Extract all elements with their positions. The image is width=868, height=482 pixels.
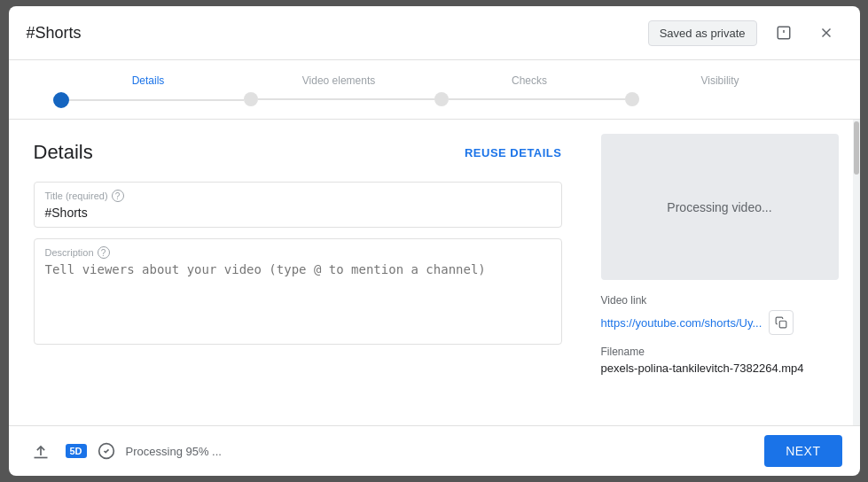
upload-icon[interactable]: [27, 437, 55, 465]
description-field-group: Description ?: [34, 238, 562, 345]
step-video-elements-label: Video elements: [302, 74, 376, 87]
alert-button[interactable]: [768, 17, 800, 49]
header-actions: Saved as private: [648, 17, 842, 49]
step-details: Details: [53, 74, 244, 108]
processing-status: Processing 95% ...: [126, 445, 222, 458]
scrollbar[interactable]: [853, 120, 860, 425]
step-visibility-label: Visibility: [700, 74, 739, 87]
section-title: Details: [34, 141, 93, 164]
scrollbar-thumb: [854, 121, 859, 175]
filename-label: Filename: [601, 346, 839, 358]
step-checks-dot: [434, 92, 449, 106]
step-checks-label: Checks: [512, 74, 547, 87]
step-details-label: Details: [132, 74, 165, 87]
modal-body: Details REUSE DETAILS Title (required) ?…: [9, 120, 860, 425]
main-content: Details REUSE DETAILS Title (required) ?…: [9, 120, 587, 425]
filename-value: pexels-polina-tankilevitch-7382264.mp4: [601, 362, 839, 375]
right-panel: Processing video... Video link https://y…: [587, 120, 853, 425]
check-icon: [98, 442, 115, 460]
processing-text: Processing video...: [667, 200, 771, 214]
connector-3: [449, 98, 625, 100]
modal-footer: 5D Processing 95% ... NEXT: [9, 425, 860, 476]
title-field-value[interactable]: #Shorts: [45, 206, 551, 220]
description-field-label: Description ?: [45, 246, 551, 259]
footer-left: 5D Processing 95% ...: [27, 437, 222, 465]
description-input[interactable]: [45, 262, 551, 291]
step-checks: Checks: [434, 74, 625, 106]
modal-header: #Shorts Saved as private: [9, 6, 860, 60]
step-details-dot: [53, 92, 69, 108]
title-help-icon[interactable]: ?: [112, 190, 124, 202]
svg-rect-5: [780, 321, 787, 328]
reuse-details-button[interactable]: REUSE DETAILS: [465, 146, 562, 159]
modal-title: #Shorts: [27, 24, 82, 43]
upload-modal: #Shorts Saved as private Det: [9, 6, 860, 476]
step-visibility: Visibility: [625, 74, 816, 106]
description-help-icon[interactable]: ?: [98, 246, 110, 259]
video-link[interactable]: https://youtube.com/shorts/Uy...: [601, 316, 762, 330]
video-preview: Processing video...: [601, 134, 839, 280]
title-field-group: Title (required) ? #Shorts: [34, 182, 562, 228]
close-button[interactable]: [810, 17, 842, 49]
connector-2: [258, 98, 434, 100]
step-visibility-dot: [625, 92, 639, 106]
title-field-label: Title (required) ?: [45, 190, 551, 202]
sd-badge[interactable]: 5D: [66, 444, 87, 458]
step-video-elements-dot: [244, 92, 258, 106]
video-link-section: Video link https://youtube.com/shorts/Uy…: [601, 294, 839, 335]
copy-link-button[interactable]: [769, 310, 794, 335]
stepper: Details Video elements Checks: [9, 60, 860, 120]
video-link-row: https://youtube.com/shorts/Uy...: [601, 310, 839, 335]
video-link-label: Video link: [601, 294, 839, 307]
next-button[interactable]: NEXT: [764, 435, 841, 467]
section-title-row: Details REUSE DETAILS: [34, 141, 562, 164]
step-video-elements: Video elements: [244, 74, 434, 106]
saved-badge: Saved as private: [648, 20, 757, 46]
filename-section: Filename pexels-polina-tankilevitch-7382…: [601, 346, 839, 375]
connector-1: [69, 99, 244, 101]
